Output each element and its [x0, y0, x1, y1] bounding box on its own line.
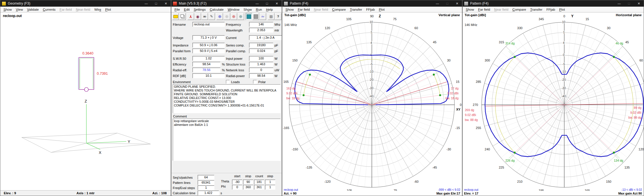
close-icon[interactable]: ✕ — [161, 0, 171, 7]
environment-label: Environment — [173, 80, 191, 84]
svg-text:-30: -30 — [562, 87, 566, 90]
menu-item-settings[interactable]: Settings — [192, 8, 208, 11]
notebook-icon[interactable]: ▤ — [268, 13, 274, 20]
close-icon[interactable]: ✕ — [634, 0, 644, 7]
menu-item-view[interactable]: View — [14, 8, 25, 11]
table-view-active-icon[interactable] — [246, 13, 252, 20]
value-field-radiat-power[interactable]: 98.54 — [249, 73, 273, 78]
menu-item-file[interactable]: File — [172, 8, 182, 11]
svg-text:300: 300 — [485, 59, 490, 62]
minimize-icon[interactable]: — — [141, 0, 151, 7]
menu-item-plot[interactable]: Plot — [377, 8, 387, 11]
menu-item-window[interactable]: Window — [226, 8, 242, 11]
close-icon[interactable]: ✕ — [452, 0, 462, 7]
menu-item-show[interactable]: Show — [283, 8, 296, 11]
titlebar-pattern-horizontal[interactable]: Pattern (F4) — □ ✕ — [463, 0, 644, 7]
value-field-phi-stop[interactable]: 360 — [243, 185, 253, 190]
chart-view-icon[interactable] — [253, 13, 259, 20]
freq-sweep-ratio-icon[interactable]: f:r — [259, 13, 266, 20]
menu-item-wire[interactable]: Wire — [92, 8, 103, 11]
menu-item-currents[interactable]: Currents — [41, 8, 57, 11]
menu-item-fftab[interactable]: FFtab — [364, 8, 377, 11]
svg-text:-20: -20 — [369, 78, 374, 81]
titlebar-pattern-vertical[interactable]: Pattern (F4) — □ ✕ — [282, 0, 462, 7]
menu-item-far-field[interactable]: Far field — [476, 8, 492, 11]
titlebar-main[interactable]: Main [V5.9.3] (F2) — □ ✕ — [171, 0, 282, 7]
menu-item-show[interactable]: Show — [464, 8, 476, 11]
value-field-structure-loss[interactable]: 1.463 — [249, 62, 273, 67]
menu-item-compare[interactable]: Compare — [511, 8, 528, 11]
menu-item-show[interactable]: Show — [242, 8, 254, 11]
value-field-theta-start[interactable]: -90 — [232, 180, 242, 184]
maximize-icon[interactable]: □ — [262, 0, 272, 7]
titlebar-geometry[interactable]: Geometry (F3) — □ ✕ — [0, 0, 171, 7]
value-field-efficiency[interactable]: 98.54 — [192, 62, 220, 67]
value-field-voltage[interactable]: 71.3 + j 0 V — [192, 35, 225, 40]
edit-nec-icon[interactable]: ✎ — [208, 13, 215, 20]
value-field-theta-count[interactable]: 181 — [254, 180, 264, 184]
value-field-series-comp-[interactable]: 19180 — [249, 43, 273, 48]
value-field-input-power[interactable]: 100 — [249, 56, 273, 61]
menu-item-far-field[interactable]: Far field — [296, 8, 312, 11]
polar-checkbox[interactable]: Polar — [253, 80, 279, 84]
value-field-s-w-r-50[interactable]: 1.02 — [192, 56, 225, 61]
value-field-network-loss[interactable]: 0 — [249, 68, 273, 72]
value-field-seg-s-patches[interactable]: 64 — [198, 175, 214, 180]
svg-text:-120: -120 — [324, 180, 331, 183]
copy-window-icon[interactable] — [179, 13, 186, 20]
svg-text:75: 75 — [393, 17, 396, 21]
value-field-phi-start[interactable]: 0 — [232, 185, 242, 190]
value-field-phi-count[interactable]: 361 — [254, 185, 264, 190]
maximize-icon[interactable]: □ — [151, 0, 161, 7]
field-globe-dark-icon[interactable]: ⊕ — [237, 13, 244, 20]
environment-textbox[interactable]: GROUND PLANE SPECIFIED. WHERE WIRE ENDS … — [173, 84, 281, 113]
menu-item-fftab[interactable]: FFtab — [544, 8, 557, 11]
minimize-icon[interactable]: — — [614, 0, 624, 7]
value-field-theta-step[interactable]: 1 — [265, 180, 275, 184]
minimize-icon[interactable]: — — [433, 0, 442, 7]
near-field-globe-red-icon[interactable]: ⊕ — [231, 13, 237, 20]
menu-item-transfer[interactable]: Transfer — [528, 8, 544, 11]
value-field-freq-eval-steps[interactable]: 1 — [198, 185, 214, 190]
svg-text:165: 165 — [584, 189, 590, 191]
menu-item-show[interactable]: Show — [1, 8, 14, 11]
unit-label: % — [222, 68, 225, 72]
menu-item-validate[interactable]: Validate — [25, 8, 41, 11]
value-field-parallel-form[interactable]: 50.9 // j 5.e4 — [192, 48, 225, 53]
menu-item-edit[interactable]: Edit — [182, 8, 192, 11]
menu-item-plot[interactable]: Plot — [103, 8, 113, 11]
value-field-impedance[interactable]: 50.9 + j 0.06 — [192, 43, 225, 48]
far-field-globe-blue-icon[interactable]: ⊕ — [216, 13, 223, 20]
help-icon[interactable]: ? — [275, 13, 281, 20]
value-field-radial-eff-[interactable]: 78.56 — [192, 68, 220, 72]
value-field-calculation-time[interactable]: 1.422 — [198, 191, 219, 195]
minimize-icon[interactable]: — — [252, 0, 262, 7]
menu-item-help[interactable]: Help — [264, 8, 275, 11]
value-field-filename[interactable]: recloop.out — [192, 22, 225, 27]
close-icon[interactable]: ✕ — [272, 0, 282, 7]
geometry-canvas[interactable]: ZYX0.36400.7391 recloop.out Elev. : 9 Ax… — [0, 12, 171, 196]
value-field-parallel-comp-[interactable]: 0.024 — [249, 48, 273, 53]
pattern-view-icon[interactable]: ◉ — [194, 13, 201, 20]
value-field-pattern-lines[interactable]: 65341 — [198, 180, 214, 185]
menu-item-transfer[interactable]: Transfer — [348, 8, 364, 11]
value-field-theta-stop[interactable]: 90 — [243, 180, 253, 184]
loads-checkbox[interactable]: Loads — [226, 80, 252, 84]
pattern-horizontal-canvas[interactable]: Tot-gain [dBi] Horizontal plane 146 MHz … — [463, 12, 644, 196]
field-label: Radiat-power — [226, 74, 248, 78]
far-field-globe-gray-icon[interactable]: ⊕ — [223, 13, 230, 20]
antenna-geometry-icon[interactable]: Y — [188, 13, 194, 20]
comment-textbox[interactable]: loop rettangolare verticale alimentare c… — [173, 119, 281, 161]
value-field-phi-step[interactable]: 1 — [265, 185, 275, 190]
open-file-icon[interactable] — [172, 13, 179, 20]
value-field-current[interactable]: 1.4 - j 2e-3 A — [249, 35, 282, 40]
view-3d-icon[interactable]: 3D — [201, 13, 208, 20]
value-field-frequency[interactable]: 146 — [249, 22, 273, 27]
menu-item-plot[interactable]: Plot — [557, 8, 567, 11]
menu-item-compare[interactable]: Compare — [330, 8, 348, 11]
menu-item-run[interactable]: Run — [254, 8, 264, 11]
value-field-wavelength[interactable]: 2.053 — [249, 28, 273, 33]
pattern-vertical-canvas[interactable]: Tot-gain [dBi] Vertical plane 146 MHz 01… — [282, 12, 462, 196]
menu-item-calculate[interactable]: Calculate — [208, 8, 226, 11]
value-field-rdf-db-[interactable]: 10.1 — [192, 73, 225, 78]
